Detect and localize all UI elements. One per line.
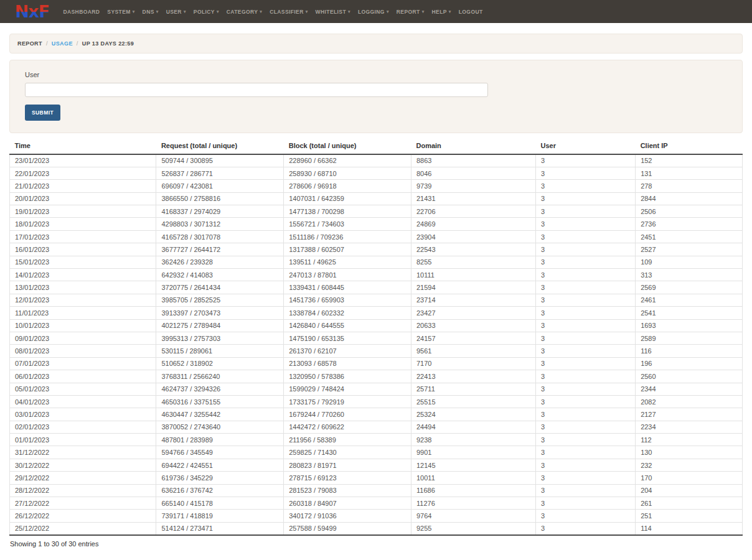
page-content: REPORT/USAGE/UP 13 DAYS 22:59 User SUBMI… (0, 34, 752, 554)
table-cell: 3 (536, 332, 636, 344)
nav-item-classifier[interactable]: CLASSIFIER▾ (266, 9, 311, 15)
nav-item-label: POLICY (194, 9, 215, 15)
table-cell: 3 (536, 319, 636, 332)
nav-item-label: USER (166, 9, 182, 15)
table-cell: 4298803 / 3071312 (156, 218, 284, 230)
table-cell: 3 (536, 472, 636, 484)
submit-button[interactable]: SUBMIT (25, 105, 60, 121)
table-cell: 1442472 / 609622 (284, 421, 411, 433)
table-row: 02/01/20233870052 / 27436401442472 / 609… (10, 421, 743, 433)
table-cell: 2736 (636, 218, 743, 230)
nav-item-label: LOGOUT (459, 9, 483, 15)
table-cell: 15/01/2023 (10, 256, 156, 268)
caret-down-icon: ▾ (387, 9, 389, 14)
table-cell: 25515 (411, 395, 535, 408)
table-cell: 170 (636, 472, 743, 484)
table-cell: 3 (536, 307, 636, 319)
table-cell: 665140 / 415178 (156, 497, 284, 510)
table-cell: 2527 (636, 243, 743, 256)
table-cell: 259825 / 71430 (284, 446, 411, 459)
nav-item-dns[interactable]: DNS▾ (139, 9, 162, 15)
table-cell: 509744 / 300895 (156, 154, 284, 167)
table-row: 29/12/2022619736 / 345229278715 / 691231… (10, 472, 743, 484)
table-row: 01/01/2023487801 / 283989211956 / 583899… (10, 434, 743, 446)
nav-item-category[interactable]: CATEGORY▾ (223, 9, 266, 15)
table-row: 04/01/20234650316 / 33751551733175 / 792… (10, 395, 743, 408)
table-cell: 4021275 / 2789484 (156, 319, 284, 332)
table-cell: 1426840 / 644555 (284, 319, 411, 332)
table-cell: 9561 (411, 345, 535, 357)
breadcrumb-separator: / (77, 40, 78, 47)
table-cell: 340172 / 91036 (284, 510, 411, 522)
table-cell: 3 (536, 281, 636, 294)
table-cell: 4624737 / 3294326 (156, 383, 284, 395)
table-row: 07/01/2023510652 / 318902213093 / 685787… (10, 357, 743, 370)
table-cell: 3720775 / 2641434 (156, 281, 284, 294)
table-cell: 22706 (411, 205, 535, 218)
table-cell: 8255 (411, 256, 535, 268)
table-cell: 21/01/2023 (10, 180, 156, 192)
table-cell: 1338784 / 602332 (284, 307, 411, 319)
nav-item-label: LOGGING (358, 9, 385, 15)
table-cell: 526837 / 286771 (156, 167, 284, 179)
app-logo[interactable]: NxF (15, 3, 49, 20)
table-cell: 739171 / 418819 (156, 510, 284, 522)
filter-form: User SUBMIT (9, 60, 743, 133)
table-cell: 281523 / 79083 (284, 484, 411, 497)
table-cell: 1320950 / 578386 (284, 370, 411, 383)
table-cell: 9739 (411, 180, 535, 192)
caret-down-icon: ▾ (449, 9, 451, 14)
table-cell: 23/01/2023 (10, 154, 156, 167)
table-cell: 27/12/2022 (10, 497, 156, 510)
table-cell: 04/01/2023 (10, 395, 156, 408)
table-cell: 12145 (411, 459, 535, 471)
breadcrumb-link[interactable]: USAGE (52, 40, 73, 47)
table-cell: 24157 (411, 332, 535, 344)
table-cell: 3866550 / 2758816 (156, 192, 284, 205)
table-cell: 3 (536, 357, 636, 370)
table-cell: 1407031 / 642359 (284, 192, 411, 205)
nav-item-logging[interactable]: LOGGING▾ (354, 9, 393, 15)
table-cell: 20633 (411, 319, 535, 332)
table-cell: 3 (536, 256, 636, 268)
nav-item-label: CLASSIFIER (270, 9, 304, 15)
table-cell: 23714 (411, 294, 535, 306)
nav-item-dashboard[interactable]: DASHBOARD (59, 9, 103, 15)
table-cell: 3677727 / 2644172 (156, 243, 284, 256)
table-row: 15/01/2023362426 / 239328139511 / 496258… (10, 256, 743, 268)
table-cell: 3 (536, 205, 636, 218)
table-cell: 3 (536, 510, 636, 522)
table-cell: 114 (636, 522, 743, 534)
table-cell: 1451736 / 659903 (284, 294, 411, 306)
nav-item-system[interactable]: SYSTEM▾ (103, 9, 138, 15)
caret-down-icon: ▾ (156, 9, 159, 14)
table-cell: 25324 (411, 408, 535, 421)
table-cell: 3 (536, 192, 636, 205)
nav-item-whitelist[interactable]: WHITELIST▾ (312, 9, 354, 15)
table-row: 06/01/20233768311 / 25662401320950 / 578… (10, 370, 743, 383)
table-cell: 7170 (411, 357, 535, 370)
nav-item-help[interactable]: HELP▾ (428, 9, 455, 15)
table-cell: 109 (636, 256, 743, 268)
user-input[interactable] (25, 83, 488, 97)
table-cell: 19/01/2023 (10, 205, 156, 218)
table-cell: 05/01/2023 (10, 383, 156, 395)
table-cell: 4630447 / 3255442 (156, 408, 284, 421)
table-cell: 196 (636, 357, 743, 370)
nav-item-logout[interactable]: LOGOUT (455, 9, 487, 15)
table-cell: 25711 (411, 383, 535, 395)
nav-item-policy[interactable]: POLICY▾ (190, 9, 223, 15)
table-row: 19/01/20234168337 / 29740291477138 / 700… (10, 205, 743, 218)
table-cell: 18/01/2023 (10, 218, 156, 230)
table-row: 25/12/2022514124 / 273471257588 / 594999… (10, 522, 743, 534)
table-row: 09/01/20233995313 / 27573031475190 / 653… (10, 332, 743, 344)
nav-item-user[interactable]: USER▾ (162, 9, 190, 15)
table-cell: 228960 / 66362 (284, 154, 411, 167)
table-cell: 1693 (636, 319, 743, 332)
table-cell: 10/01/2023 (10, 319, 156, 332)
table-row: 27/12/2022665140 / 415178260318 / 849071… (10, 497, 743, 510)
table-row: 16/01/20233677727 / 26441721317388 / 602… (10, 243, 743, 256)
table-cell: 3 (536, 395, 636, 408)
nav-item-report[interactable]: REPORT▾ (393, 9, 428, 15)
table-cell: 14/01/2023 (10, 269, 156, 281)
